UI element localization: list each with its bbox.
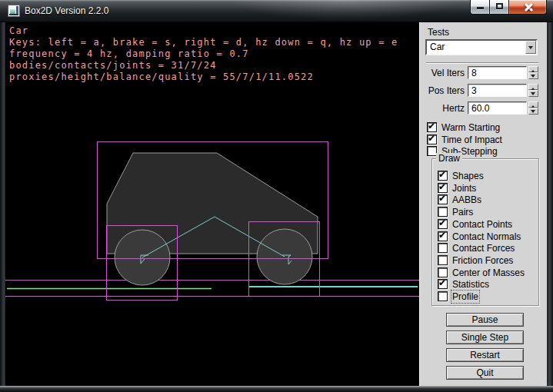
checkbox-label: Statistics xyxy=(452,279,489,290)
spinner-value-field[interactable]: 8 xyxy=(468,66,527,79)
app-icon xyxy=(8,5,20,17)
spinner-buttons[interactable] xyxy=(528,101,538,115)
maximize-icon xyxy=(496,3,503,9)
simulation-viewport[interactable]: CarKeys: left = a, brake = s, right = d,… xyxy=(5,22,419,386)
spinner-buttons[interactable] xyxy=(528,66,538,79)
window-frame-bottom xyxy=(0,386,553,392)
tests-label: Tests xyxy=(428,27,449,38)
checkbox[interactable]: ✔ xyxy=(438,194,448,204)
checkbox-label: AABBs xyxy=(452,194,481,205)
check-mark-icon: ✔ xyxy=(438,169,446,180)
app-icon-detail xyxy=(9,14,18,15)
spinner-up-icon[interactable] xyxy=(528,66,538,72)
check-mark-icon: ✔ xyxy=(428,121,435,131)
checkbox-label: Pairs xyxy=(452,207,473,218)
check-mark-icon: ✔ xyxy=(438,277,446,288)
spinner-up-icon[interactable] xyxy=(528,84,538,90)
separator xyxy=(426,62,538,64)
hud-line: Keys: left = a, brake = s, right = d, hz… xyxy=(9,37,398,48)
spinner-down-icon[interactable] xyxy=(528,90,538,97)
close-button[interactable] xyxy=(508,0,547,15)
checkbox-label: Contact Normals xyxy=(452,231,521,242)
check-mark-icon: ✔ xyxy=(438,193,446,204)
panel-button[interactable]: Restart xyxy=(446,348,524,362)
check-mark-icon: ✔ xyxy=(428,133,435,144)
check-mark-icon: ✔ xyxy=(438,218,446,228)
spinner-row: Vel Iters 8 xyxy=(420,66,548,79)
control-panel: Tests Car Vel Iters 8 Pos Iters 3 Hertz … xyxy=(419,22,547,386)
tests-dropdown[interactable]: Car xyxy=(425,39,538,55)
checkbox-label: Profile xyxy=(452,291,478,302)
checkbox-label: Joints xyxy=(452,183,476,194)
checkbox-label: Contact Points xyxy=(452,219,512,230)
hud-line: proxies/height/balance/quality = 55/7/1/… xyxy=(9,71,398,83)
window-title: Box2D Version 2.2.0 xyxy=(25,0,108,22)
checkbox[interactable]: ✔ xyxy=(438,219,448,229)
hud-line: Car xyxy=(9,25,398,37)
minimize-icon xyxy=(477,7,484,9)
checkbox[interactable]: ✔ xyxy=(427,135,437,145)
window-frame-left xyxy=(0,22,5,386)
panel-button[interactable]: Quit xyxy=(446,366,524,380)
hud-text: CarKeys: left = a, brake = s, right = d,… xyxy=(9,25,398,83)
spinner-value-field[interactable]: 3 xyxy=(468,84,527,97)
spinner-row: Hertz 60.0 xyxy=(420,101,548,115)
box2d-window: Box2D Version 2.2.0 xyxy=(0,0,553,392)
hud-line: bodies/contacts/joints = 31/7/24 xyxy=(9,60,398,71)
checkbox[interactable] xyxy=(438,291,448,301)
spinner-down-icon[interactable] xyxy=(528,108,538,115)
checkbox-label: Time of Impact xyxy=(441,135,502,145)
hud-line: frequency = 4 hz, damping ratio = 0.7 xyxy=(9,48,398,60)
checkbox[interactable]: ✔ xyxy=(438,183,448,193)
spinner-value-field[interactable]: 60.0 xyxy=(468,101,527,115)
check-mark-icon: ✔ xyxy=(438,230,446,241)
title-bar[interactable]: Box2D Version 2.2.0 xyxy=(0,0,553,22)
tests-dropdown-value: Car xyxy=(430,42,445,53)
checkbox[interactable]: ✔ xyxy=(427,122,437,132)
spinner-buttons[interactable] xyxy=(528,84,538,97)
close-icon xyxy=(524,6,534,8)
checkbox[interactable]: ✔ xyxy=(438,279,448,289)
checkbox[interactable] xyxy=(438,255,448,265)
caption-buttons xyxy=(470,0,547,15)
checkbox-label: Shapes xyxy=(452,171,484,181)
draw-group: Draw ✔ Shapes ✔ Joints ✔ AABBs Pairs ✔ C… xyxy=(431,158,539,306)
spinner-up-icon[interactable] xyxy=(528,101,538,108)
checkbox-label: Friction Forces xyxy=(452,255,513,266)
checkbox-label: Center of Masses xyxy=(452,267,525,278)
checkbox[interactable]: ✔ xyxy=(438,231,448,241)
maximize-button[interactable] xyxy=(489,0,509,15)
spinner-label: Hertz xyxy=(442,103,465,114)
checkbox[interactable]: ✔ xyxy=(438,171,448,181)
check-mark-icon: ✔ xyxy=(438,181,446,192)
draw-group-label: Draw xyxy=(436,153,462,164)
checkbox-label: Contact Forces xyxy=(452,243,515,254)
panel-button[interactable]: Single Step xyxy=(446,331,524,344)
checkbox[interactable] xyxy=(438,207,448,217)
spinner-down-icon[interactable] xyxy=(528,72,538,79)
checkbox[interactable] xyxy=(438,243,448,253)
checkbox[interactable] xyxy=(438,267,448,277)
spinner-label: Vel Iters xyxy=(431,68,465,78)
spinner-row: Pos Iters 3 xyxy=(420,84,548,97)
panel-button[interactable]: Pause xyxy=(446,313,524,327)
checkbox-label: Warm Starting xyxy=(441,122,500,133)
chevron-down-icon[interactable] xyxy=(525,41,536,54)
spinner-label: Pos Iters xyxy=(428,85,465,96)
minimize-button[interactable] xyxy=(470,0,490,15)
window-frame-right xyxy=(547,22,553,386)
